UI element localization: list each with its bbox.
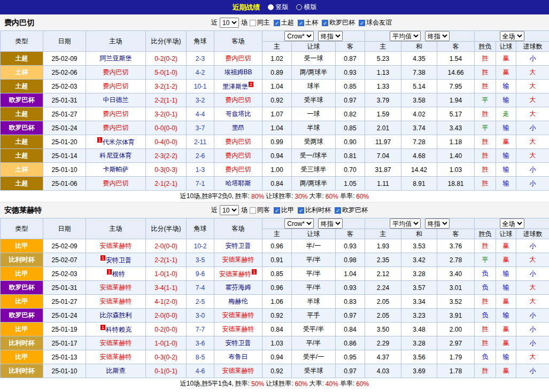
away-team-cell[interactable]: 梅赫伦	[214, 295, 262, 309]
checkbox-unchecked-icon[interactable]	[250, 207, 256, 214]
home-team-cell[interactable]: 比尔森胜利	[86, 309, 146, 323]
away-team-cell[interactable]: 埃祖姆BB	[214, 66, 262, 80]
home-team-cell[interactable]: 安德莱赫特	[86, 239, 146, 253]
recent-count-select[interactable]: 10	[220, 205, 239, 215]
radio-icon[interactable]	[296, 4, 302, 10]
score-cell[interactable]: 1-0(1-0)	[146, 336, 187, 350]
away-team-cell[interactable]: 安德莱赫特1	[214, 267, 262, 281]
score-cell[interactable]: 2-3(2-2)	[146, 149, 187, 163]
recent-count-select[interactable]: 10	[220, 18, 239, 28]
score-cell[interactable]: 0-3(0-2)	[146, 350, 187, 364]
team-link[interactable]: 费内巴切	[226, 166, 251, 173]
home-team-cell[interactable]: 费内巴切	[86, 80, 146, 93]
checkbox-unchecked-icon[interactable]	[250, 20, 256, 26]
home-team-cell[interactable]: 费内巴切	[86, 121, 146, 135]
checkbox-checked-icon[interactable]	[274, 20, 280, 26]
home-team-cell[interactable]: 卡斯帕萨	[86, 163, 146, 177]
team-link[interactable]: 安德莱赫特	[222, 367, 254, 374]
team-link[interactable]: 费内巴切	[226, 96, 251, 104]
home-team-cell[interactable]: 安德莱赫特	[86, 281, 146, 295]
away-team-cell[interactable]: 安特卫普	[214, 239, 262, 253]
home-team-cell[interactable]: 阿兰亚斯堡	[86, 52, 146, 66]
team-link[interactable]: 科尼亚体育	[100, 152, 132, 159]
team-link[interactable]: 安德莱赫特	[100, 242, 132, 249]
team-link[interactable]: 费内巴切	[226, 138, 251, 145]
checkbox-checked-icon[interactable]	[274, 207, 280, 214]
score-cell[interactable]: 0-1(0-1)	[146, 364, 187, 378]
home-team-cell[interactable]: 费内巴切	[86, 66, 146, 80]
odds-company-select[interactable]: Crow*	[284, 218, 314, 229]
team-link[interactable]: 阿兰亚斯堡	[100, 54, 132, 62]
team-link[interactable]: 安德莱赫特	[219, 270, 251, 278]
scope-select[interactable]: 全场	[500, 31, 524, 41]
radio-icon[interactable]	[268, 4, 274, 10]
home-team-cell[interactable]: 科尼亚体育	[86, 149, 146, 163]
checkbox-checked-icon[interactable]	[298, 207, 304, 214]
team-link[interactable]: 安德莱赫特	[100, 353, 132, 360]
team-link[interactable]: 安德莱赫特	[100, 284, 132, 291]
home-team-cell[interactable]: 中日德兰	[86, 93, 146, 107]
away-team-cell[interactable]: 哈塔耶斯	[214, 177, 262, 191]
filter-check[interactable]: 比甲	[274, 206, 294, 215]
odds-stage-select[interactable]: 终指	[318, 218, 343, 229]
score-cell[interactable]: 2-0(0-0)	[146, 309, 187, 323]
team-link[interactable]: 布鲁日	[229, 353, 248, 360]
team-link[interactable]: 科特赖克	[106, 326, 132, 333]
filter-check[interactable]: 欧罗巴杯	[322, 18, 355, 27]
avg-company-select[interactable]: 平均值	[390, 31, 421, 41]
checkbox-checked-icon[interactable]	[298, 20, 304, 26]
team-link[interactable]: 费内巴切	[226, 152, 251, 159]
away-team-cell[interactable]: 里泽斯堡2	[214, 80, 262, 93]
team-link[interactable]: 安特卫普	[106, 256, 132, 264]
score-cell[interactable]: 0-4(0-0)	[146, 135, 187, 149]
checkbox-checked-icon[interactable]	[335, 207, 341, 214]
home-team-cell[interactable]: 1科特赖克	[86, 323, 146, 336]
away-team-cell[interactable]: 布鲁日	[214, 350, 262, 364]
score-cell[interactable]: 0-0(0-0)	[146, 121, 187, 135]
away-team-cell[interactable]: 费内巴切	[214, 163, 262, 177]
score-cell[interactable]: 4-1(2-0)	[146, 295, 187, 309]
layout-option-horizontal[interactable]: 横版	[296, 3, 317, 12]
team-link[interactable]: 比尔森胜利	[100, 311, 132, 319]
score-cell[interactable]: 0-2(0-0)	[146, 323, 187, 336]
away-team-cell[interactable]: 安德莱赫特	[214, 323, 262, 336]
away-team-cell[interactable]: 费内巴切	[214, 149, 262, 163]
home-team-cell[interactable]: 费内巴切	[86, 107, 146, 121]
home-team-cell[interactable]: 安德莱赫特	[86, 336, 146, 350]
avg-stage-select[interactable]: 终指	[425, 31, 450, 41]
home-team-cell[interactable]: 比斯查	[86, 364, 146, 378]
score-cell[interactable]: 3-2(1-2)	[146, 80, 187, 93]
team-link[interactable]: 费内巴切	[103, 110, 129, 117]
filter-check[interactable]: 比利时杯	[298, 206, 331, 215]
team-link[interactable]: 哈塔耶斯	[226, 179, 251, 187]
home-team-cell[interactable]: 1代米尔体育	[86, 135, 146, 149]
team-link[interactable]: 费内巴切	[103, 68, 129, 76]
team-link[interactable]: 根特	[112, 270, 125, 278]
team-link[interactable]: 费内巴切	[103, 82, 129, 90]
away-team-cell[interactable]: 霍芬海姆	[214, 281, 262, 295]
team-link[interactable]: 卡斯帕萨	[103, 166, 129, 173]
checkbox-checked-icon[interactable]	[359, 20, 365, 26]
score-cell[interactable]: 5-0(1-0)	[146, 66, 187, 80]
team-link[interactable]: 代米尔体育	[103, 138, 135, 146]
away-team-cell[interactable]: 费内巴切	[214, 93, 262, 107]
team-link[interactable]: 里昂	[232, 124, 245, 131]
team-link[interactable]: 安德莱赫特	[222, 256, 254, 263]
odds-company-select[interactable]: Crow*	[284, 31, 314, 41]
team-link[interactable]: 安德莱赫特	[100, 339, 132, 347]
home-team-cell[interactable]: 费内巴切	[86, 177, 146, 191]
home-team-cell[interactable]: 安德莱赫特	[86, 295, 146, 309]
filter-check[interactable]: 欧罗巴杯	[335, 206, 368, 215]
team-link[interactable]: 哥兹塔比	[226, 110, 251, 117]
team-link[interactable]: 比斯查	[106, 367, 126, 374]
score-cell[interactable]: 0-2(0-2)	[146, 52, 187, 66]
filter-check[interactable]: 同客	[250, 206, 270, 215]
score-cell[interactable]: 3-2(0-1)	[146, 107, 187, 121]
team-link[interactable]: 里泽斯堡	[222, 83, 248, 90]
team-link[interactable]: 费内巴切	[226, 54, 251, 62]
scope-select[interactable]: 全场	[500, 218, 524, 229]
filter-check[interactable]: 土超	[274, 18, 294, 27]
away-team-cell[interactable]: 里昂	[214, 121, 262, 135]
score-cell[interactable]: 0-3(0-3)	[146, 163, 187, 177]
score-cell[interactable]: 3-4(1-1)	[146, 281, 187, 295]
